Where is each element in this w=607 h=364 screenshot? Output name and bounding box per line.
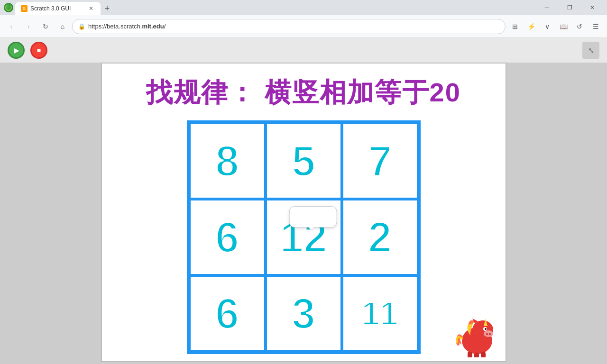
tab-close-button[interactable]: ✕ — [87, 5, 95, 12]
restore-button[interactable]: ❐ — [559, 0, 580, 15]
favorites-chevron[interactable]: ∨ — [540, 19, 555, 34]
cell-value-r3c3: 11 — [361, 297, 398, 330]
grid-cell-r1c1: 8 — [191, 124, 264, 198]
url-display: https://beta.scratch.mit.edu/ — [88, 23, 166, 30]
window-controls: ─ ❐ ✕ — [536, 0, 603, 15]
stage-title: 找规律： 横竖相加等于20 — [102, 64, 506, 118]
favorites-button[interactable]: ⚡ — [524, 19, 539, 34]
scratch-toolbar: ⤡ — [0, 38, 607, 63]
grid-cell-r2c1: 6 — [191, 200, 264, 274]
svg-rect-10 — [474, 353, 479, 357]
refresh-button[interactable]: ↻ — [38, 19, 53, 34]
grid-cell-r3c3: 11 — [343, 277, 417, 350]
cell-value-r1c1: 8 — [215, 140, 239, 182]
reading-view-button[interactable]: 📖 — [556, 19, 571, 34]
grid-cell-r3c1: 6 — [191, 277, 264, 350]
svg-point-6 — [484, 330, 493, 337]
svg-rect-11 — [481, 352, 486, 357]
stage: 找规律： 横竖相加等于20 8 5 7 6 答案是2 — [101, 63, 506, 362]
back-icon: ‹ — [10, 23, 13, 30]
back-button[interactable]: ‹ — [4, 19, 19, 34]
unicorn-svg — [453, 305, 501, 357]
tab-favicon: S — [21, 5, 28, 12]
new-tab-button[interactable]: + — [101, 2, 114, 15]
forward-icon: › — [28, 23, 30, 30]
menu-button[interactable]: ☰ — [588, 19, 603, 34]
cell-value-r3c2: 3 — [292, 292, 315, 335]
svg-rect-9 — [468, 352, 472, 357]
history-button[interactable]: ↺ — [572, 19, 587, 34]
home-button[interactable]: ⌂ — [55, 19, 70, 34]
cell-value-r2c3: 2 — [368, 216, 392, 259]
svg-point-7 — [486, 333, 488, 335]
svg-point-5 — [485, 328, 487, 330]
refresh-icon: ↻ — [43, 23, 48, 30]
speech-bubble: 答案是2 — [289, 206, 337, 228]
grid-cell-r2c3: 2 — [343, 200, 417, 274]
grid-container: 8 5 7 6 答案是2 12 2 — [102, 120, 506, 354]
nav-right-icons: ⊞ ⚡ ∨ 📖 ↺ ☰ — [507, 19, 603, 34]
grid-cell-r2c2: 答案是2 12 — [267, 200, 340, 274]
address-bar[interactable]: 🔒 https://beta.scratch.mit.edu/ — [72, 19, 506, 34]
cell-value-r2c1: 6 — [215, 216, 239, 259]
active-tab[interactable]: S Scratch 3.0 GUI ✕ — [15, 2, 101, 15]
tab-bar: S Scratch 3.0 GUI ✕ + — [15, 0, 534, 15]
stop-button[interactable] — [30, 42, 47, 59]
tab-title: Scratch 3.0 GUI — [30, 5, 71, 12]
fullscreen-icon: ⤡ — [588, 46, 594, 55]
minimize-button[interactable]: ─ — [536, 0, 558, 15]
stage-container: 找规律： 横竖相加等于20 8 5 7 6 答案是2 — [0, 63, 607, 364]
green-flag-button[interactable] — [8, 42, 25, 59]
browser-icon — [4, 3, 13, 12]
secure-icon: 🔒 — [78, 23, 85, 30]
close-button[interactable]: ✕ — [581, 0, 603, 15]
grid-cell-r1c3: 7 — [343, 124, 417, 198]
grid-cell-r1c2: 5 — [267, 124, 340, 198]
cell-value-r3c1: 6 — [215, 292, 239, 335]
cell-value-r1c2: 5 — [292, 140, 315, 182]
nav-bar: ‹ › ↻ ⌂ 🔒 https://beta.scratch.mit.edu/ … — [0, 15, 607, 38]
number-grid: 8 5 7 6 答案是2 12 2 — [187, 120, 421, 354]
fullscreen-button[interactable]: ⤡ — [582, 42, 599, 59]
extensions-button[interactable]: ⊞ — [507, 19, 523, 34]
forward-button[interactable]: › — [21, 19, 36, 34]
unicorn-sprite — [453, 305, 501, 357]
home-icon: ⌂ — [61, 23, 64, 30]
grid-cell-r3c2: 3 — [267, 277, 340, 350]
svg-point-8 — [489, 333, 491, 335]
title-bar: S Scratch 3.0 GUI ✕ + ─ ❐ ✕ — [0, 0, 607, 15]
cell-value-r1c3: 7 — [368, 140, 392, 182]
